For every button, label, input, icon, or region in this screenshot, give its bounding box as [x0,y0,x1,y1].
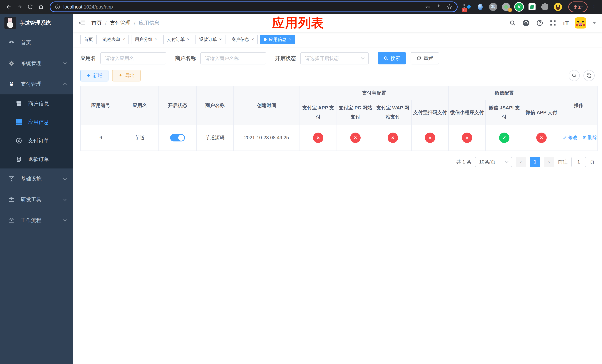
v-logo-extension-icon[interactable]: V [515,2,524,11]
breadcrumb-separator: / [134,20,136,26]
col-header-alipay-qr: 支付宝扫码支付 [411,100,449,125]
sidebar-collapse-button[interactable] [79,20,86,26]
github-icon[interactable] [522,19,530,27]
chevron-down-icon [361,56,365,59]
status-select[interactable]: 请选择开启状态 [300,52,369,64]
current-page[interactable]: 1 [530,157,540,167]
user-avatar[interactable] [575,17,586,29]
browser-home-button[interactable] [36,2,46,12]
prev-page-button[interactable]: ‹ [516,157,526,167]
url-host: localhost [63,4,82,10]
pinned-tabs-extension-icon[interactable]: 10 [463,2,472,11]
tab-home[interactable]: 首页 [80,35,97,44]
browser-update-button[interactable]: 更新 [568,1,588,12]
text-size-icon[interactable]: тT [563,20,569,26]
tab-user-group[interactable]: 用户分组× [131,35,161,44]
sidebar-item-label: 退款订单 [28,156,49,163]
sidebar-item-system[interactable]: 系统管理 [0,53,73,74]
status-toggle[interactable] [170,134,185,141]
merchant-name-input[interactable] [200,52,266,64]
puzzle-extensions-icon[interactable] [540,2,549,11]
url-path: :1024/pay/app [82,4,113,10]
status-success-icon: ✓ [499,133,509,143]
close-icon[interactable]: × [123,37,125,42]
close-icon[interactable]: × [155,37,157,42]
sidebar: 芋道管理系统 首页 系统管理 [0,14,73,364]
add-button[interactable]: 新增 [80,70,108,81]
tab-pay-order[interactable]: 支付订单× [163,35,193,44]
app-name-label: 应用名 [80,55,96,62]
cell-wechat-mini: × [449,125,485,151]
logo-image [4,17,16,29]
browser-forward-button[interactable] [14,2,24,12]
status-fail-icon: × [425,133,435,143]
sidebar-item-label: 支付管理 [21,81,42,87]
back-icon [6,4,12,10]
browser-reload-button[interactable] [25,2,35,12]
profile-avatar-icon[interactable] [553,2,562,11]
site-info-icon[interactable] [55,4,60,10]
sidebar-item-infrastructure[interactable]: 基础设施 [0,169,73,189]
page-size-select[interactable]: 10条/页 [475,157,512,167]
chevron-down-icon [63,197,67,201]
col-header-merchant: 商户名称 [196,86,233,125]
breadcrumb-section[interactable]: 支付管理 [110,20,131,26]
sidebar-item-dev-tools[interactable]: 研发工具 [0,189,73,210]
close-icon[interactable]: × [219,37,222,42]
search-icon[interactable] [509,20,516,26]
search-button[interactable]: 搜索 [378,52,406,64]
close-icon[interactable]: × [251,37,254,42]
chevron-down-icon [63,176,67,180]
briefcase-icon [8,196,15,203]
col-group-wechat: 微信配置 [449,86,560,100]
app-name-input[interactable] [100,52,166,64]
tab-app-info[interactable]: 应用信息× [260,35,295,44]
close-icon[interactable]: × [289,37,291,42]
sidebar-item-pay-order[interactable]: 支付订单 [0,131,73,150]
session-extension-icon[interactable]: 1 [502,2,511,11]
sidebar-item-payment[interactable]: ¥ 支付管理 [0,74,73,95]
refresh-icon [586,73,592,78]
sidebar-item-refund-order[interactable]: 退款订单 [0,150,73,169]
refresh-table-button[interactable] [583,70,595,81]
sidebar-item-app-info[interactable]: 应用信息 [0,113,73,131]
chevron-down-icon [505,160,508,163]
reset-button[interactable]: 重置 [411,52,439,64]
sidebar-item-label: 系统管理 [21,60,42,67]
browser-back-button[interactable] [4,2,14,12]
tab-process-form[interactable]: 流程表单× [99,35,129,44]
browser-extensions: 10 ⌘ 1 V [463,2,562,11]
document-extension-icon[interactable] [527,2,537,11]
next-page-button[interactable]: › [544,157,554,167]
home-icon [38,4,44,10]
toggle-search-button[interactable] [569,70,580,81]
cell-actions: 修改 删除 [560,125,597,151]
command-extension-icon[interactable]: ⌘ [489,2,498,11]
edit-link[interactable]: 修改 [562,134,578,141]
password-key-icon[interactable] [425,4,430,10]
avatar-caret-icon[interactable] [592,22,596,24]
url-bar[interactable]: localhost:1024/pay/app [50,1,458,12]
sidebar-item-workflow[interactable]: 工作流程 [0,210,73,231]
cell-merchant: 芋道源码 [196,125,233,151]
cell-open-status [159,125,196,151]
fullscreen-icon[interactable] [550,20,556,26]
pay-order-icon [16,137,22,144]
cell-alipay-pc: × [337,125,374,151]
col-header-wechat-app: 微信 APP 支付 [523,100,560,125]
plus-icon [86,73,91,78]
balloon-extension-icon[interactable] [476,2,485,11]
bookmark-star-icon[interactable] [447,4,452,10]
tab-refund-order[interactable]: 退款订单× [195,35,226,44]
tab-merchant-info[interactable]: 商户信息× [228,35,258,44]
help-icon[interactable] [536,20,543,26]
goto-page-input[interactable] [571,157,586,167]
breadcrumb-home[interactable]: 首页 [91,20,102,26]
delete-link[interactable]: 删除 [582,134,597,141]
sidebar-item-merchant-info[interactable]: 商户信息 [0,95,73,113]
browser-menu-icon[interactable]: ⋮ [588,4,598,10]
export-button[interactable]: 导出 [112,70,141,81]
close-icon[interactable]: × [187,37,190,42]
share-icon[interactable] [436,4,441,10]
sidebar-item-home[interactable]: 首页 [0,32,73,53]
